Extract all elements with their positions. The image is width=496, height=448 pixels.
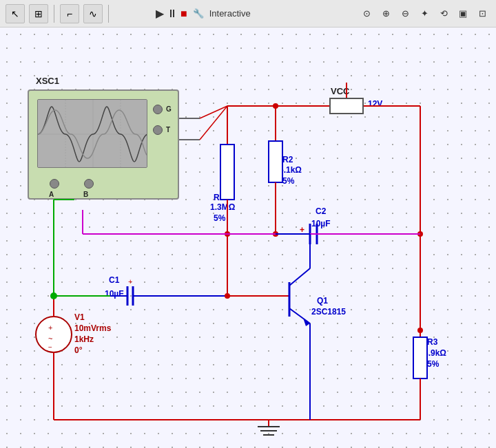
circuit-wires: + + ~ − [0,28,496,448]
zoom-in[interactable]: ⊕ [378,6,394,22]
separator2 [108,5,109,23]
stop-button[interactable]: ■ [180,8,187,20]
pointer-tool[interactable]: ↖ [6,4,25,23]
svg-text:+: + [128,277,132,286]
svg-rect-26 [220,145,234,200]
svg-text:~: ~ [48,334,52,343]
mode-icon: 🔧 [193,8,204,19]
play-button[interactable]: ▶ [156,7,164,20]
circuit-canvas[interactable]: XSC1 G T A B [0,28,496,448]
svg-line-53 [289,268,310,286]
zoom-fit[interactable]: ⊙ [358,6,375,22]
node-tool[interactable]: ⌐ [60,4,79,23]
rotate-tool[interactable]: ⟲ [435,6,452,22]
pause-button[interactable]: ⏸ [167,8,178,20]
svg-line-68 [200,106,227,140]
svg-text:−: − [48,343,52,351]
right-tools: ⊙ ⊕ ⊖ ✦ ⟲ ▣ ⊡ [358,6,490,22]
grid-tool[interactable]: ✦ [416,6,433,22]
svg-point-35 [36,317,72,352]
zoom-out[interactable]: ⊖ [397,6,413,22]
separator [54,5,54,23]
simulation-controls: ▶ ⏸ ■ 🔧 Interactive [156,7,251,20]
svg-line-67 [200,106,227,118]
svg-rect-14 [269,141,282,182]
toolbar: ↖ ⊞ ⌐ ∿ ▶ ⏸ ■ 🔧 Interactive ⊙ ⊕ ⊖ ✦ ⟲ ▣ … [0,0,496,28]
svg-text:+: + [48,323,52,332]
flip-tool[interactable]: ▣ [455,6,471,22]
wave-tool[interactable]: ∿ [83,4,103,23]
annotate-tool[interactable]: ⊡ [474,6,490,22]
interactive-label: Interactive [209,8,251,19]
component-tool[interactable]: ⊞ [29,4,48,23]
svg-text:+: + [300,225,304,235]
svg-rect-9 [413,337,427,378]
